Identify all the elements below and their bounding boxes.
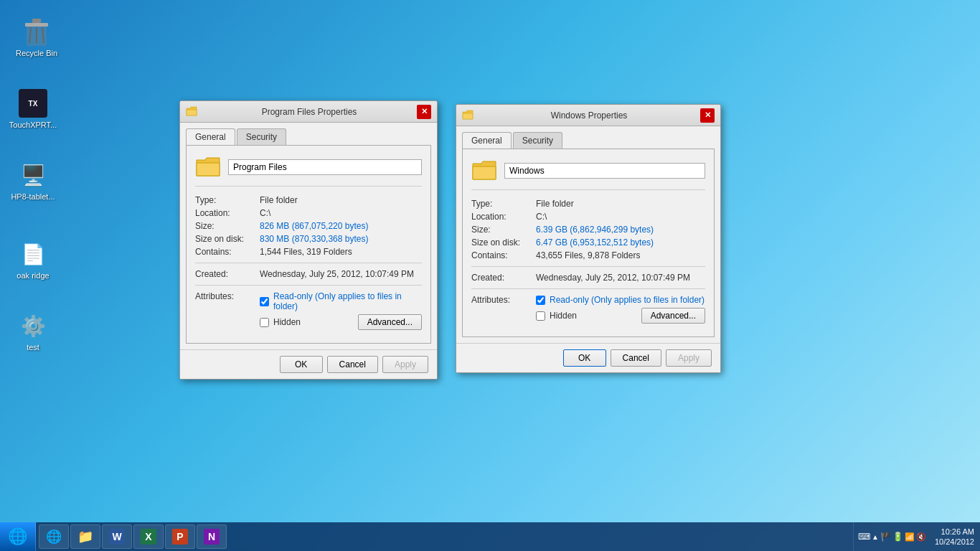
dialog2-footer: OK Cancel Apply xyxy=(456,343,720,372)
dialog1-contains-label: Contains: xyxy=(195,247,260,257)
svg-rect-1 xyxy=(25,23,48,27)
dialog1-created-label: Created: xyxy=(195,269,260,279)
dialog2-created-value: Wednesday, July 25, 2012, 10:07:49 PM xyxy=(536,273,690,283)
dialog2-type-label: Type: xyxy=(471,199,536,209)
volume-icon: 🔇 xyxy=(916,532,926,542)
clock-time: 10:26 AM xyxy=(935,527,974,537)
dialog2-tab-general[interactable]: General xyxy=(462,132,512,149)
recycle-bin-label: Recycle Bin xyxy=(16,49,57,57)
dialog1-folder-large xyxy=(195,154,221,180)
dialog2-attr-label: Attributes: xyxy=(471,295,536,325)
taskbar-item-explorer[interactable]: 📁 xyxy=(70,524,100,549)
dialog1-contains-value: 1,544 Files, 319 Folders xyxy=(260,247,352,257)
dialog1-properties: Type: File folder Location: C:\ Size: 82… xyxy=(195,195,422,257)
dialog2-size-value: 6.39 GB (6,862,946,299 bytes) xyxy=(536,225,654,235)
dialog2-attributes: Attributes: Read-only (Only applies to f… xyxy=(471,295,705,325)
dialog1-apply-button[interactable]: Apply xyxy=(382,356,428,373)
dialog1-size-disk-label: Size on disk: xyxy=(195,234,260,244)
dialog1-hidden-label: Hidden xyxy=(273,317,301,327)
test-label: test xyxy=(27,343,39,352)
dialog1-title: Program Files Properties xyxy=(202,107,417,117)
oak-ridge-image: 📄 xyxy=(19,240,47,268)
dialog2-header xyxy=(471,158,705,190)
battery-icon: 🔋 xyxy=(892,532,903,542)
dialog2-created-label: Created: xyxy=(471,273,536,283)
dialog2-close-button[interactable]: ✕ xyxy=(700,108,715,123)
dialog1-tab-content: Type: File folder Location: C:\ Size: 82… xyxy=(186,145,431,344)
keyboard-icon: ⌨ xyxy=(858,532,870,542)
arrow-up-icon[interactable]: ▲ xyxy=(872,533,879,541)
dialog2-cancel-button[interactable]: Cancel xyxy=(611,349,661,367)
dialog2-tab-security[interactable]: Security xyxy=(513,132,562,149)
dialog1-folder-icon xyxy=(186,106,197,118)
program-files-titlebar: Program Files Properties ✕ xyxy=(180,101,437,123)
dialog1-ok-button[interactable]: OK xyxy=(280,356,323,373)
taskbar-item-word[interactable]: W xyxy=(102,524,132,549)
dialog1-folder-name-input[interactable] xyxy=(228,159,422,175)
oak-ridge-label: oak ridge xyxy=(17,271,49,280)
dialog2-hidden-label: Hidden xyxy=(550,311,577,321)
dialog1-tab-general[interactable]: General xyxy=(186,128,235,145)
dialog2-size-disk-label: Size on disk: xyxy=(471,237,536,248)
dialog1-footer: OK Cancel Apply xyxy=(180,349,437,379)
dialog1-tabs: General Security xyxy=(186,128,431,145)
dialog1-header xyxy=(195,154,422,187)
windows-dialog: Windows Properties ✕ General Security Ty… xyxy=(456,104,721,373)
dialog2-content: General Security Type: File folder xyxy=(456,126,720,343)
dialog2-folder-name-input[interactable] xyxy=(504,163,705,179)
dialog1-cancel-button[interactable]: Cancel xyxy=(327,356,378,373)
dialog1-hidden-checkbox[interactable] xyxy=(260,318,269,327)
taskbar-item-onenote[interactable]: N xyxy=(197,524,227,549)
svg-rect-2 xyxy=(32,19,41,23)
windows-titlebar: Windows Properties ✕ xyxy=(456,105,720,126)
hp8-tablet-icon[interactable]: 🖥️ HP8-tablet... xyxy=(7,158,59,204)
excel-icon: X xyxy=(140,528,157,545)
dialog1-type-value: File folder xyxy=(260,195,298,205)
taskbar-item-ie[interactable]: 🌐 xyxy=(39,524,69,549)
start-button[interactable]: 🌐 xyxy=(0,522,36,551)
dialog1-location-label: Location: xyxy=(195,208,260,218)
taskbar-item-excel[interactable]: X xyxy=(133,524,164,549)
dialog2-tabs: General Security xyxy=(462,132,715,149)
dialog2-title: Windows Properties xyxy=(478,110,700,121)
clock-date: 10/24/2012 xyxy=(935,537,974,547)
dialog1-attr-label: Attributes: xyxy=(195,291,260,331)
taskbar: 🌐 🌐 📁 W X P N xyxy=(0,522,980,551)
dialog2-advanced-button[interactable]: Advanced... xyxy=(641,308,705,324)
taskbar-items: 🌐 📁 W X P N xyxy=(36,522,847,551)
dialog2-size-disk-value: 6.47 GB (6,953,152,512 bytes) xyxy=(536,237,654,248)
recycle-bin-image xyxy=(22,17,51,46)
word-icon: W xyxy=(108,528,126,545)
test-icon[interactable]: ⚙️ test xyxy=(7,309,59,354)
dialog2-location-label: Location: xyxy=(471,212,536,222)
dialog1-content: General Security Type: File folder xyxy=(180,123,437,349)
dialog2-folder-icon xyxy=(462,110,473,121)
recycle-bin-icon[interactable]: Recycle Bin xyxy=(11,14,62,60)
dialog1-readonly-checkbox[interactable] xyxy=(260,297,269,306)
hp8-tablet-label: HP8-tablet... xyxy=(11,192,55,201)
taskbar-clock[interactable]: 10:26 AM 10/24/2012 xyxy=(935,527,974,547)
dialog1-tab-security[interactable]: Security xyxy=(237,128,286,145)
dialog2-ok-button[interactable]: OK xyxy=(563,349,606,367)
dialog2-contains-value: 43,655 Files, 9,878 Folders xyxy=(536,250,640,260)
dialog1-attributes: Attributes: Read-only (Only applies to f… xyxy=(195,291,422,331)
dialog1-size-value: 826 MB (867,075,220 bytes) xyxy=(260,221,368,231)
dialog1-type-label: Type: xyxy=(195,195,260,205)
dialog1-size-disk-value: 830 MB (870,330,368 bytes) xyxy=(260,234,368,244)
dialog1-close-button[interactable]: ✕ xyxy=(417,105,431,119)
taskbar-item-powerpoint[interactable]: P xyxy=(165,524,195,549)
hp8-tablet-image: 🖥️ xyxy=(19,161,47,189)
oak-ridge-icon[interactable]: 📄 oak ridge xyxy=(7,237,59,283)
dialog1-readonly-label: Read-only (Only applies to files in fold… xyxy=(273,291,422,311)
onenote-icon: N xyxy=(203,528,220,545)
dialog2-apply-button[interactable]: Apply xyxy=(666,349,712,367)
dialog1-advanced-button[interactable]: Advanced... xyxy=(358,314,422,330)
touchxprt-icon[interactable]: TX TouchXPRT... xyxy=(7,86,59,132)
dialog2-hidden-checkbox[interactable] xyxy=(536,311,545,321)
test-image: ⚙️ xyxy=(19,311,47,340)
network-icon: 📶 xyxy=(905,532,915,542)
dialog2-readonly-checkbox[interactable] xyxy=(536,296,545,305)
program-files-dialog: Program Files Properties ✕ General Secur… xyxy=(179,100,438,380)
dialog2-tab-content: Type: File folder Location: C:\ Size: 6.… xyxy=(462,149,715,337)
taskbar-right: ⌨ ▲ 🏴 🔋 📶 🔇 10:26 AM 10/24/2012 xyxy=(847,522,980,551)
